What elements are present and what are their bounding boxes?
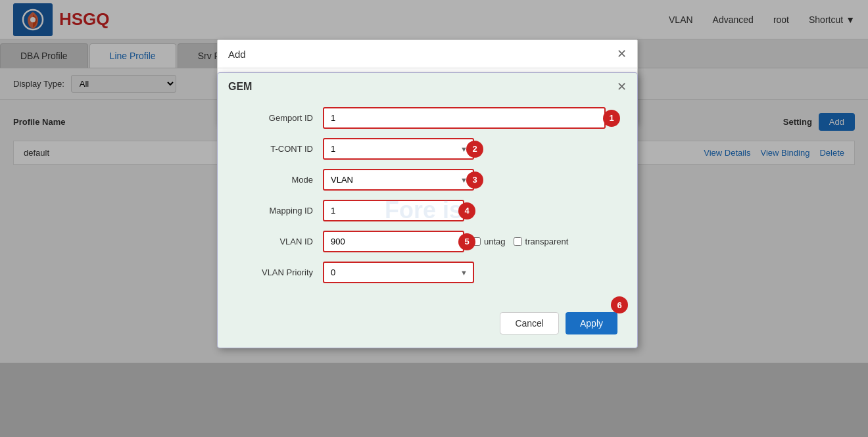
- mode-select[interactable]: VLAN: [323, 169, 474, 191]
- vlan-id-row: VLAN ID untag transparent 5: [244, 231, 611, 252]
- tcont-id-row: T-CONT ID 1 2: [244, 138, 611, 160]
- gemport-id-input[interactable]: [323, 107, 606, 129]
- gemport-id-row: Gemport ID 1: [244, 107, 611, 129]
- mode-select-wrapper: VLAN: [323, 169, 474, 191]
- transparent-checkbox-label: transparent: [514, 237, 569, 246]
- add-dialog-header: Add ✕: [218, 40, 637, 68]
- cancel-button[interactable]: Cancel: [500, 312, 559, 334]
- step-badge-4: 4: [458, 202, 475, 219]
- gem-dialog-title: GEM: [228, 81, 252, 93]
- vlan-priority-select-wrapper: 0 1 2 3 4 5 6 7: [323, 262, 474, 283]
- untag-label: untag: [484, 237, 506, 246]
- step-badge-1: 1: [603, 110, 620, 127]
- add-dialog-close-button[interactable]: ✕: [617, 48, 627, 60]
- apply-button[interactable]: Apply: [566, 312, 617, 334]
- mapping-id-label: Mapping ID: [244, 206, 323, 216]
- vlan-priority-label: VLAN Priority: [244, 267, 323, 277]
- vlan-id-label: VLAN ID: [244, 237, 323, 246]
- gemport-id-label: Gemport ID: [244, 113, 323, 123]
- gem-dialog: GEM ✕ Gemport ID 1 T-CONT ID 1 2: [217, 72, 638, 348]
- mode-label: Mode: [244, 175, 323, 185]
- step-badge-2: 2: [466, 141, 483, 158]
- transparent-checkbox[interactable]: [514, 237, 522, 246]
- gem-dialog-close-button[interactable]: ✕: [617, 81, 627, 93]
- vlan-priority-select[interactable]: 0 1 2 3 4 5 6 7: [323, 262, 474, 283]
- gem-dialog-header: GEM ✕: [218, 73, 637, 101]
- add-dialog-title: Add: [228, 49, 246, 60]
- tcont-id-select-wrapper: 1: [323, 138, 474, 160]
- mapping-id-row: Mapping ID 4: [244, 200, 611, 221]
- tcont-id-label: T-CONT ID: [244, 144, 323, 154]
- vlan-priority-row: VLAN Priority 0 1 2 3 4 5 6 7: [244, 262, 611, 283]
- step-badge-3: 3: [466, 172, 483, 189]
- mode-row: Mode VLAN 3: [244, 169, 611, 191]
- step-badge-5: 5: [458, 233, 475, 250]
- gem-dialog-body: Gemport ID 1 T-CONT ID 1 2 Mode: [218, 101, 637, 306]
- vlan-id-input[interactable]: [323, 231, 464, 252]
- page-wrapper: HSGQ VLAN Advanced root Shortcut ▼ DBA P…: [0, 0, 868, 437]
- step-badge-6: 6: [611, 296, 628, 313]
- gem-dialog-footer: Cancel Apply 6: [218, 306, 637, 348]
- untag-checkbox-label: untag: [472, 237, 506, 246]
- mapping-id-input[interactable]: [323, 200, 464, 221]
- transparent-label: transparent: [525, 237, 569, 246]
- tcont-id-select[interactable]: 1: [323, 138, 474, 160]
